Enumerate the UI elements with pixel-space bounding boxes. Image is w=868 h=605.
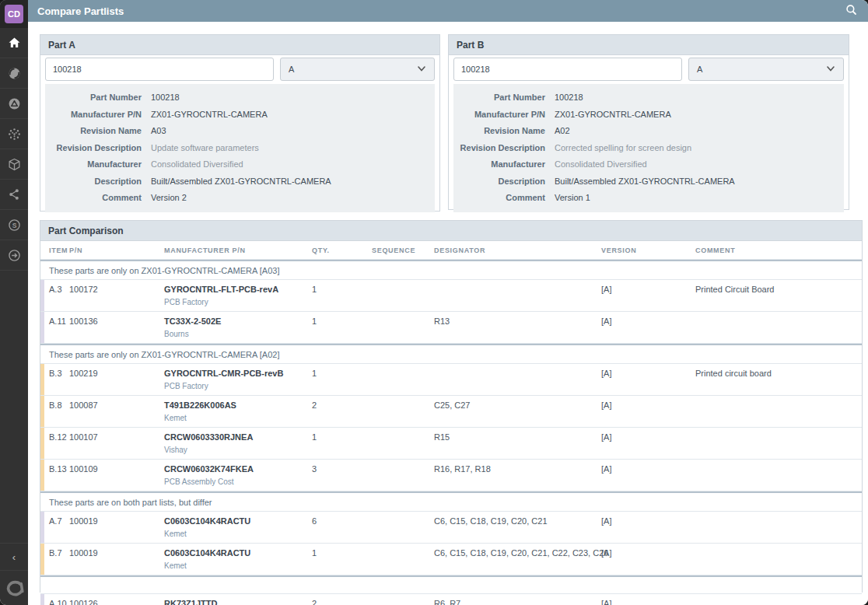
sidebar-collapse-button[interactable]: ‹ — [0, 543, 28, 571]
field-value: 100218 — [151, 89, 180, 107]
manufacturer-pn: CRCW0603330RJNEA — [164, 432, 312, 442]
field-label: Part Number — [45, 89, 142, 107]
sidebar-item-sync[interactable] — [0, 58, 28, 89]
part-a-revision-select[interactable]: A — [280, 58, 435, 81]
designator-cell: R6, R7 — [434, 599, 601, 605]
item-cell: A.11 — [49, 316, 69, 327]
qty-cell: 1 — [312, 432, 372, 442]
cd-logo-badge[interactable]: CD — [5, 5, 23, 23]
item-cell: B.3 — [49, 369, 69, 379]
sourcing-icon: S — [8, 219, 21, 232]
pn-cell: 100087 — [69, 400, 164, 411]
home-icon — [8, 37, 21, 49]
table-row[interactable]: B.7100019C0603C104K4RACTUKemet1C6, C15, … — [40, 544, 862, 575]
page-title: Compare Partlists — [37, 5, 124, 17]
manufacturer-pn-cell: TC33X-2-502EBourns — [164, 316, 312, 339]
part-b-revision-value: A — [697, 65, 702, 74]
manufacturer-name: Kemet — [164, 561, 312, 571]
sidebar-item-navigate[interactable] — [0, 240, 28, 271]
qty-cell: 6 — [312, 516, 372, 526]
pn-cell: 100019 — [69, 516, 164, 526]
chevron-left-icon: ‹ — [12, 551, 16, 563]
detail-row: Revision DescriptionCorrected spelling f… — [453, 140, 844, 157]
manufacturer-pn: GYROCNTRL-FLT-PCB-revA — [164, 285, 312, 295]
part-a-search-input[interactable] — [45, 58, 274, 81]
field-label: Comment — [453, 190, 545, 207]
table-row[interactable]: A.7100019C0603C104K4RACTUKemet6C6, C15, … — [40, 512, 862, 544]
designator-cell: R15 — [434, 432, 601, 442]
section-row: These parts are only on ZX01-GYROCNTRL-C… — [40, 344, 862, 364]
share-icon — [8, 188, 20, 201]
qty-cell: 2 — [312, 599, 372, 605]
field-label: Description — [45, 173, 142, 191]
package-icon — [8, 158, 21, 171]
field-label: Revision Name — [453, 123, 545, 140]
column-header-label: ITEM — [49, 247, 69, 254]
detail-row: CommentVersion 1 — [453, 190, 844, 207]
field-value: Update software parameters — [151, 140, 259, 157]
qty-cell: 1 — [312, 369, 372, 379]
search-icon — [845, 4, 857, 19]
quality-icon — [8, 97, 21, 110]
column-header-label: COMMENT — [695, 247, 862, 254]
aras-logo[interactable] — [0, 571, 28, 605]
field-value: Corrected spelling for screen design — [555, 140, 691, 157]
table-row[interactable]: A.10100126RK73Z1JTTDKoa Speer2R6, R7[A] — [40, 594, 862, 605]
topbar: Compare Partlists — [28, 0, 868, 22]
table-row[interactable]: A.3100172GYROCNTRL-FLT-PCB-revAPCB Facto… — [40, 280, 862, 312]
manufacturer-pn-cell: CRCW0603330RJNEAVishay — [164, 432, 312, 455]
qty-cell: 2 — [312, 400, 372, 411]
column-header-label: P/N — [69, 247, 164, 254]
field-value: Built/Assembled ZX01-GYROCNTRL-CAMERA — [151, 173, 331, 191]
field-value: A03 — [151, 123, 166, 140]
section-row: These parts are only on ZX01-GYROCNTRL-C… — [40, 260, 862, 280]
sidebar-item-parts[interactable] — [0, 149, 28, 180]
manufacturer-pn: T491B226K006AS — [164, 400, 312, 411]
detail-row: Revision DescriptionUpdate software para… — [45, 140, 435, 157]
field-value: Built/Assembled ZX01-GYROCNTRL-CAMERA — [555, 173, 735, 191]
pn-cell: 100107 — [69, 432, 164, 442]
table-row[interactable]: B.3100219GYROCNTRL-CMR-PCB-revBPCB Facto… — [40, 364, 862, 396]
column-header-label: SEQUENCE — [372, 247, 434, 254]
field-label: Description — [453, 173, 545, 191]
pn-cell: 100172 — [69, 285, 164, 295]
sidebar-item-share[interactable] — [0, 180, 28, 210]
search-button[interactable] — [842, 2, 860, 20]
part-b-search-input[interactable] — [453, 58, 682, 81]
field-value: Consolidated Diversified — [555, 156, 647, 173]
detail-row: DescriptionBuilt/Assembled ZX01-GYROCNTR… — [453, 173, 844, 191]
pn-cell: 100136 — [69, 316, 164, 327]
app-logo[interactable]: CD — [0, 0, 28, 28]
app-window: CD S ‹ — [0, 0, 868, 605]
column-header-label: VERSION — [601, 247, 695, 254]
sidebar-item-sourcing[interactable]: S — [0, 210, 28, 240]
manufacturer-name: PCB Factory — [164, 381, 312, 391]
sidebar-item-home[interactable] — [0, 28, 28, 58]
designator-cell: C25, C27 — [434, 400, 601, 411]
table-row[interactable]: B.8100087T491B226K006ASKemet2C25, C27[A] — [40, 396, 862, 428]
part-b-details: Part Number100218Manufacturer P/NZX01-GY… — [453, 84, 844, 212]
comparison-column-header: ITEMP/NMANUFACTURER P/NQTY.SEQUENCEDESIG… — [40, 241, 862, 260]
section-label: These parts are on both part lists, but … — [49, 498, 212, 507]
version-cell: [A] — [601, 316, 695, 327]
part-a-panel: Part A A Part Number100218Manufacturer P… — [40, 34, 440, 212]
manufacturer-pn: TC33X-2-502E — [164, 316, 312, 327]
sidebar-item-apps[interactable] — [0, 119, 28, 149]
table-row[interactable]: B.13100109CRCW06032K74FKEAPCB Assembly C… — [40, 460, 862, 491]
version-cell: [A] — [601, 516, 695, 526]
qty-cell: 1 — [312, 316, 372, 327]
field-label: Manufacturer — [45, 156, 142, 173]
table-row[interactable]: A.11100136TC33X-2-502EBourns1R13[A] — [40, 312, 862, 344]
section-label: These parts are only on ZX01-GYROCNTRL-C… — [49, 350, 280, 359]
apps-icon — [8, 128, 21, 141]
detail-row: Manufacturer P/NZX01-GYROCNTRL-CAMERA — [45, 107, 435, 124]
item-cell: B.13 — [49, 464, 69, 474]
pn-cell: 100109 — [69, 464, 164, 474]
table-row[interactable]: B.12100107CRCW0603330RJNEAVishay1R15[A] — [40, 428, 862, 460]
sidebar-item-quality[interactable] — [0, 89, 28, 119]
pn-cell: 100019 — [69, 548, 164, 558]
item-cell: A.7 — [49, 516, 69, 526]
part-b-revision-select[interactable]: A — [688, 58, 844, 81]
field-value: A02 — [555, 123, 570, 140]
column-header-label: DESIGNATOR — [434, 247, 601, 254]
